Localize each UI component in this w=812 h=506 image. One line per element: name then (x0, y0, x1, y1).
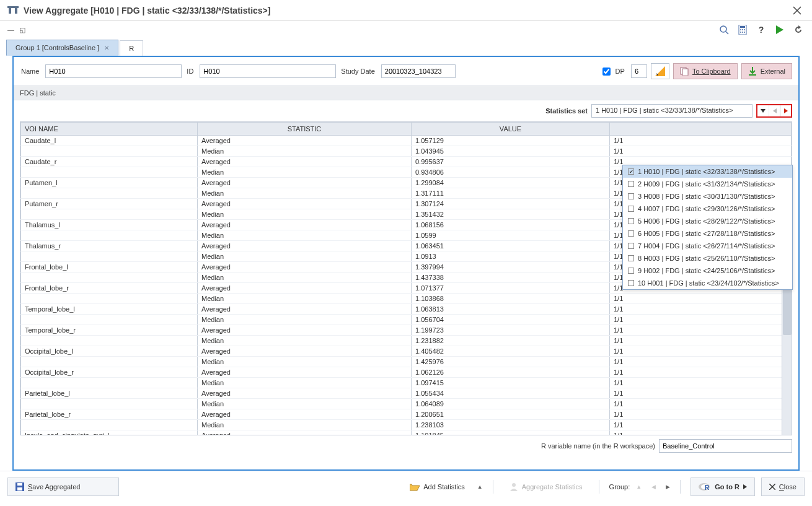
tab-group1[interactable]: Group 1 [ControlsBaseline ] ✕ (6, 40, 118, 56)
external-label: External (761, 68, 785, 75)
play-icon[interactable] (774, 24, 786, 36)
svg-rect-16 (17, 483, 22, 486)
cell-stat: Averaged (198, 367, 412, 378)
table-row[interactable]: Median1.0567041/1 (21, 315, 792, 325)
cell-value: 1.199723 (412, 325, 610, 336)
table-row[interactable]: Occipital_lobe_lAveraged1.4054821/1 (21, 346, 792, 357)
group-next-icon[interactable]: ▶ (666, 484, 670, 490)
table-row[interactable]: Parietal_lobe_lAveraged1.0554341/1 (21, 388, 792, 399)
calculator-icon[interactable] (736, 24, 749, 36)
stats-set-option[interactable]: 1 H010 | FDG | static <32/33/138/*/Stati… (623, 165, 792, 178)
stats-set-option[interactable]: 3 H008 | FDG | static <30/31/130/*/Stati… (623, 190, 792, 203)
cell-stat: Averaged (198, 388, 412, 399)
close-button[interactable]: Close (761, 478, 805, 496)
cell-stat: Median (198, 251, 412, 262)
table-row[interactable]: Median1.4259761/1 (21, 357, 792, 367)
window-close-button[interactable] (790, 3, 805, 18)
stats-set-dropdown[interactable]: 1 H010 | FDG | static <32/33/138/*/Stati… (622, 165, 793, 290)
cell-value: 1.068156 (412, 220, 610, 230)
cell-value: 1.056704 (412, 315, 610, 325)
cell-value: 1.405482 (412, 346, 610, 357)
table-row[interactable]: Temporal_lobe_rAveraged1.1997231/1 (21, 325, 792, 336)
cell-stat: Averaged (198, 199, 412, 209)
minimize-icon[interactable]: — (7, 26, 14, 33)
svg-point-12 (744, 32, 745, 33)
cell-value: 1.062126 (412, 367, 610, 378)
bottom-bar: Save Aggregated Add Statistics ▲ Aggrega… (0, 471, 812, 502)
table-row[interactable]: Median1.0974151/1 (21, 378, 792, 388)
prev-icon[interactable] (769, 105, 780, 116)
cell-voi: Temporal_lobe_l (21, 304, 198, 315)
separator (680, 480, 681, 494)
tab-r[interactable]: R (120, 40, 143, 56)
th-statistic[interactable]: STATISTIC (198, 123, 412, 136)
stats-set-select[interactable]: 1 H010 | FDG | static <32/33/138/*/Stati… (591, 104, 752, 118)
stats-set-option[interactable]: 6 H005 | FDG | static <27/28/118/*/Stati… (623, 227, 792, 240)
stats-set-option[interactable]: 5 H006 | FDG | static <28/29/122/*/Stati… (623, 215, 792, 227)
svg-rect-0 (9, 8, 11, 14)
table-row[interactable]: Median1.2381031/1 (21, 420, 792, 430)
name-input[interactable] (45, 64, 182, 78)
table-row[interactable]: Median1.1038681/1 (21, 294, 792, 304)
r-logo-icon: R (699, 482, 711, 492)
stats-set-option[interactable]: 10 H001 | FDG | static <23/24/102/*/Stat… (623, 277, 792, 289)
cell-stat: Median (198, 188, 412, 199)
stats-set-option[interactable]: 7 H004 | FDG | static <26/27/114/*/Stati… (623, 240, 792, 252)
table-row[interactable]: Temporal_lobe_lAveraged1.0638131/1 (21, 304, 792, 315)
cell-voi: Insula_and_cingulate_gyri_l (21, 430, 198, 436)
th-value[interactable]: VALUE (412, 123, 610, 136)
save-aggregated-button[interactable]: Save Aggregated (7, 478, 119, 496)
stats-set-option[interactable]: 2 H009 | FDG | static <31/32/134/*/Stati… (623, 178, 792, 190)
cell-value: 1.055434 (412, 388, 610, 399)
table-row[interactable]: Median1.0640891/1 (21, 399, 792, 409)
cell-value: 1.043945 (412, 146, 610, 157)
dropdown-toggle-icon[interactable] (757, 105, 769, 116)
to-clipboard-button[interactable]: To Clipboard (673, 63, 738, 79)
dp-input[interactable] (631, 64, 647, 78)
cell-stat: Averaged (198, 283, 412, 294)
chevron-right-icon (743, 484, 747, 489)
cell-count: 1/1 (610, 399, 792, 409)
tab-close-icon[interactable]: ✕ (104, 45, 109, 51)
id-input[interactable] (200, 64, 336, 78)
cell-voi: Occipital_lobe_r (21, 367, 198, 378)
cell-value: 0.995637 (412, 157, 610, 167)
table-row[interactable]: Parietal_lobe_rAveraged1.2006511/1 (21, 409, 792, 420)
table-row[interactable]: Median1.0439451/1 (21, 146, 792, 157)
stats-set-row: Statistics set 1 H010 | FDG | static <32… (14, 100, 798, 121)
cell-value: 1.097415 (412, 378, 610, 388)
add-statistics-label: Add Statistics (423, 483, 465, 491)
next-icon[interactable] (780, 105, 791, 116)
table-row[interactable]: Occipital_lobe_rAveraged1.0621261/1 (21, 367, 792, 378)
cell-count: 1/1 (610, 336, 792, 346)
table-row[interactable]: Caudate_lAveraged1.0571291/1 (21, 136, 792, 146)
help-icon[interactable]: ? (755, 24, 767, 36)
cell-value: 1.0913 (412, 251, 610, 262)
cell-count: 1/1 (610, 430, 792, 436)
goto-r-button[interactable]: R Go to R (691, 478, 755, 496)
rvar-input[interactable] (659, 439, 792, 453)
restore-icon[interactable]: ◱ (19, 26, 25, 34)
cell-stat: Median (198, 273, 412, 283)
table-row[interactable]: Insula_and_cingulate_gyri_lAveraged1.191… (21, 430, 792, 436)
collapse-up-icon[interactable]: ▲ (477, 484, 483, 490)
external-button[interactable]: External (741, 63, 792, 79)
edit-pencil-button[interactable] (651, 63, 669, 79)
folder-open-icon (410, 482, 420, 491)
study-date-input[interactable] (381, 64, 456, 78)
checkbox-icon (628, 230, 634, 237)
th-count[interactable] (610, 123, 792, 136)
search-icon[interactable] (718, 24, 730, 36)
stats-set-option[interactable]: 4 H007 | FDG | static <29/30/126/*/Stati… (623, 203, 792, 215)
svg-rect-6 (740, 26, 745, 28)
add-statistics-button[interactable]: Add Statistics (404, 479, 471, 495)
stats-set-option[interactable]: 8 H003 | FDG | static <25/26/110/*/Stati… (623, 252, 792, 264)
table-row[interactable]: Median1.2318821/1 (21, 336, 792, 346)
th-voi[interactable]: VOI NAME (21, 123, 198, 136)
cell-stat: Median (198, 378, 412, 388)
stats-set-option[interactable]: 9 H002 | FDG | static <24/25/106/*/Stati… (623, 264, 792, 277)
cell-value: 1.063451 (412, 241, 610, 251)
refresh-icon[interactable] (792, 24, 805, 36)
cell-count: 1/1 (610, 146, 792, 157)
dp-checkbox[interactable] (602, 68, 611, 76)
